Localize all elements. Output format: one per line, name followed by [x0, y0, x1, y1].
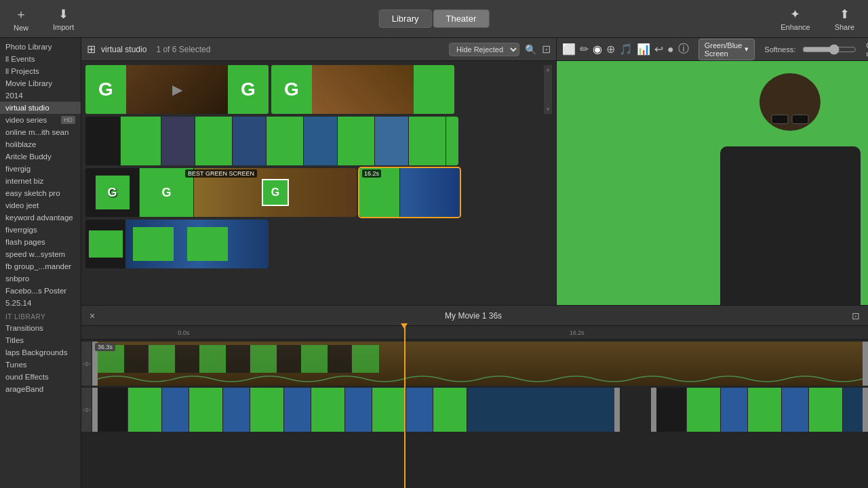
import-button[interactable]: ⬇ Import: [47, 4, 79, 34]
tab-group: Library Theater: [379, 9, 490, 28]
video-thumb-2[interactable]: G: [271, 65, 454, 114]
track-handle-green-icon: ◁▷: [83, 407, 91, 413]
track-end-handle[interactable]: [863, 342, 868, 386]
sidebar-item-itunes[interactable]: Tunes: [0, 359, 81, 371]
main-track: 36.3s: [92, 342, 868, 386]
video-thumb-5-selected[interactable]: 16.2s: [359, 168, 460, 217]
chroma-key-tool[interactable]: ◉: [593, 43, 602, 56]
sidebar-item-flash-pages[interactable]: flash pages: [0, 236, 81, 248]
sidebar-item-online-sean[interactable]: online m...ith sean: [0, 126, 81, 138]
sidebar-item-photo-library[interactable]: Photo Library: [0, 41, 81, 53]
view-toggle-button[interactable]: ⊡: [542, 43, 551, 56]
sidebar-item-snbpro[interactable]: snbpro: [0, 272, 81, 285]
main-track-label: 36.3s: [95, 343, 115, 351]
browser-panel: ⊞ virtual studio 1 of 6 Selected Hide Re…: [81, 38, 556, 305]
enhance-icon: ✦: [790, 7, 800, 22]
video-thumb-1[interactable]: G ▶ G: [85, 65, 269, 114]
grid-toggle-button[interactable]: ⊞: [87, 43, 96, 56]
crop-tool[interactable]: ⬜: [562, 43, 576, 56]
clip-tool[interactable]: ↩: [654, 43, 663, 56]
color-tool[interactable]: ✏: [580, 43, 589, 56]
timeline-header: × My Movie 1 36s ⊡: [81, 306, 868, 326]
chroma-key-select[interactable]: Green/Blue Screen ▾: [698, 39, 755, 60]
main-video-track: ◁▷ 36.3s: [81, 342, 868, 386]
green-track-body: [92, 388, 868, 432]
video-row-4: [85, 220, 552, 268]
volume-tool[interactable]: ●: [667, 43, 674, 56]
timeline-tracks: ◁▷ 36.3s: [81, 340, 868, 488]
sidebar-item-holiblaze[interactable]: holiblaze: [0, 138, 81, 150]
library-tab[interactable]: Library: [379, 9, 432, 28]
track-body: [98, 342, 863, 386]
scroll-bar[interactable]: ▲ ▼: [544, 65, 552, 114]
top-toolbar: ＋ New ⬇ Import Library Theater ✦ Enhance…: [0, 0, 868, 38]
sidebar-item-keyword-advantage[interactable]: keyword advantage: [0, 211, 81, 224]
sidebar-item-all-events[interactable]: ll Events: [0, 53, 81, 65]
track-handle-green[interactable]: ◁▷: [81, 388, 92, 432]
sidebar-item-fb-group[interactable]: fb group_...mander: [0, 260, 81, 272]
sidebar-item-2014[interactable]: 2014: [0, 89, 81, 102]
playhead[interactable]: [404, 326, 406, 488]
new-icon: ＋: [15, 6, 27, 22]
browser-count: 1 of 6 Selected: [156, 45, 210, 54]
timeline-close-button[interactable]: ×: [90, 310, 95, 321]
sidebar-item-maps-backgrounds[interactable]: laps Backgrounds: [0, 346, 81, 359]
time-mark-0: 0.0s: [178, 329, 189, 336]
new-button[interactable]: ＋ New: [8, 3, 34, 35]
sidebar-item-fiverrgigs[interactable]: fiverrgigs: [0, 224, 81, 236]
sidebar-item-transitions[interactable]: Transitions: [0, 322, 81, 334]
main-track-frames: [92, 342, 868, 386]
sidebar: Photo Library ll Events ll Projects Movi…: [0, 38, 81, 488]
audio-waveform: [98, 372, 863, 386]
toolbar-right: ✦ Enhance ⬆ Share: [775, 4, 860, 34]
search-icon[interactable]: 🔍: [525, 44, 536, 55]
frame-strip: [98, 342, 863, 373]
person-container: [713, 61, 869, 305]
top-section: ⊞ virtual studio 1 of 6 Selected Hide Re…: [81, 38, 868, 305]
preview-area: [557, 61, 868, 305]
chroma-key-section: Green/Blue Screen ▾: [698, 39, 755, 60]
toolbar-left: ＋ New ⬇ Import: [8, 3, 79, 35]
timeline-zoom-button[interactable]: ⊡: [852, 310, 860, 321]
speed-tool[interactable]: 📊: [637, 43, 650, 56]
sidebar-item-aritcle-buddy[interactable]: Aritcle Buddy: [0, 150, 81, 163]
sidebar-item-titles[interactable]: Titles: [0, 334, 81, 346]
share-button[interactable]: ⬆ Share: [829, 4, 860, 34]
track-gap: [620, 388, 651, 432]
green-seg2-start[interactable]: [651, 388, 656, 432]
audio-tool[interactable]: 🎵: [619, 43, 633, 56]
softness-slider[interactable]: [802, 44, 856, 55]
green-seg1-start[interactable]: [92, 388, 98, 432]
thumb-duration: 16.2s: [362, 169, 381, 178]
sidebar-item-internet-biz[interactable]: internet biz: [0, 175, 81, 187]
video-thumb-4[interactable]: G G G: [85, 168, 357, 217]
track-handle-main[interactable]: ◁▷: [81, 342, 92, 386]
video-thumb-3[interactable]: [85, 117, 458, 165]
sidebar-item-all-projects[interactable]: ll Projects: [0, 65, 81, 77]
hide-rejected-select[interactable]: Hide Rejected: [449, 43, 519, 56]
sidebar-item-video-series[interactable]: video series HD: [0, 114, 81, 126]
theater-tab[interactable]: Theater: [433, 9, 489, 28]
stabilize-tool[interactable]: ⊕: [606, 43, 615, 56]
video-grid: G ▶ G: [81, 61, 556, 305]
green-seg1-end[interactable]: [614, 388, 620, 432]
browser-title: virtual studio: [101, 45, 146, 54]
sidebar-item-virtual-studio[interactable]: virtual studio: [0, 102, 81, 114]
sidebar-item-sound-effects[interactable]: ound Effects: [0, 371, 81, 383]
green-track-segment-1: [92, 388, 620, 432]
timeline: × My Movie 1 36s ⊡ 0.0s 16.2s: [81, 305, 868, 488]
sidebar-item-easy-sketch[interactable]: easy sketch pro: [0, 187, 81, 199]
sidebar-item-video-jeet[interactable]: video jeet: [0, 199, 81, 211]
enhance-button[interactable]: ✦ Enhance: [775, 4, 815, 34]
info-tool[interactable]: ⓘ: [678, 42, 689, 56]
green-screen-track: ◁▷: [81, 388, 868, 432]
sidebar-item-facebook-poster[interactable]: Facebo...s Poster: [0, 285, 81, 297]
green-seg2-end[interactable]: [863, 388, 868, 432]
sidebar-item-5-25-14[interactable]: 5.25.14: [0, 297, 81, 309]
sidebar-item-garageband[interactable]: arageBand: [0, 383, 81, 395]
sidebar-item-speed-system[interactable]: speed w...system: [0, 248, 81, 260]
sidebar-item-movie-library[interactable]: Movie Library: [0, 77, 81, 89]
video-thumb-6[interactable]: [85, 220, 269, 268]
green-track-segment-2: [651, 388, 868, 432]
sidebar-item-fivergig[interactable]: fivergig: [0, 163, 81, 175]
